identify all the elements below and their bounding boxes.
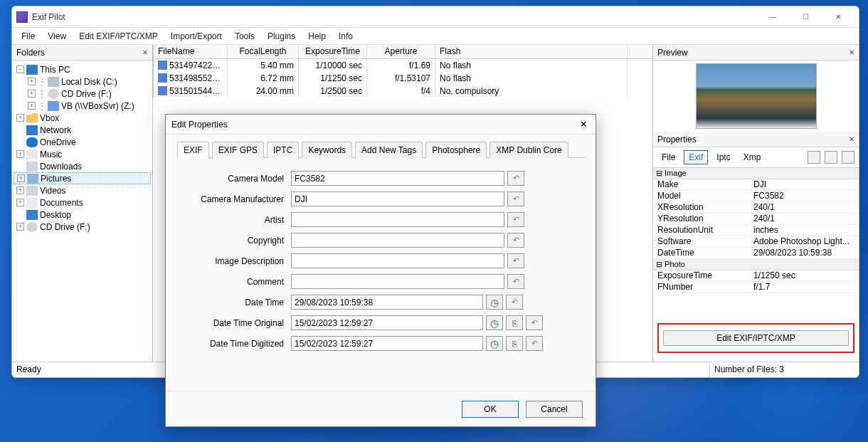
menu-edit-exif[interactable]: Edit EXIF/IPTC/XMP [73, 29, 164, 43]
table-row[interactable]: 53150154483...24.00 mm1/2500 secf/4No, c… [154, 85, 652, 98]
properties-close-icon[interactable]: ✕ [849, 135, 854, 143]
menu-file[interactable]: File [15, 29, 41, 43]
revert-icon[interactable]: ↶ [507, 191, 524, 206]
tree-node[interactable]: +Documents [14, 196, 151, 209]
expander-icon[interactable]: + [17, 174, 25, 182]
prop-tab-iptc[interactable]: Iptc [712, 151, 734, 164]
expander-icon[interactable]: + [28, 90, 36, 98]
revert-icon[interactable]: ↶ [507, 171, 524, 186]
input-image-desc[interactable] [291, 253, 504, 268]
clock-icon[interactable]: ◷ [486, 336, 503, 351]
property-row[interactable]: ExposureTime1/1250 sec [653, 270, 859, 282]
revert-icon[interactable]: ↶ [507, 253, 524, 268]
input-camera-model[interactable] [291, 171, 504, 186]
cancel-button[interactable]: Cancel [526, 401, 583, 418]
expander-icon[interactable]: + [16, 114, 24, 122]
property-row[interactable]: SoftwareAdobe Photoshop Light... [653, 236, 859, 248]
menu-import-export[interactable]: Import/Export [164, 29, 228, 43]
tree-node[interactable]: OneDrive [14, 136, 151, 148]
tree-node[interactable]: -This PC [14, 63, 151, 75]
tree-node[interactable]: Downloads [14, 160, 151, 172]
dialog-tab-keywords[interactable]: Keywords [302, 142, 352, 158]
tool-icon[interactable] [842, 151, 854, 164]
property-row[interactable]: ModelFC3582 [653, 191, 859, 202]
tree-node[interactable]: Network [14, 124, 151, 136]
expander-icon[interactable]: + [28, 78, 36, 85]
input-camera-make[interactable] [291, 191, 504, 206]
copy-icon[interactable]: ⎘ [506, 336, 523, 351]
ok-button[interactable]: OK [462, 401, 519, 418]
folder-icon [48, 77, 59, 87]
prop-tab-exif[interactable]: Exif [684, 150, 708, 164]
expander-icon[interactable]: + [16, 150, 24, 158]
property-row[interactable]: MakeDJI [653, 179, 859, 191]
tree-node[interactable]: +Vbox [14, 112, 151, 124]
col-aperture[interactable]: Aperture [367, 45, 435, 58]
menu-help[interactable]: Help [302, 29, 332, 43]
input-date-time-digitized[interactable] [291, 336, 483, 351]
property-row[interactable]: DateTime29/08/2023 10:59:38 [653, 248, 859, 259]
property-row[interactable]: FNumberf/1.7 [653, 282, 859, 293]
tree-node[interactable]: +Videos [14, 184, 151, 196]
dialog-tab-photosphere[interactable]: Photosphere [425, 142, 487, 158]
grid-icon[interactable] [808, 151, 820, 164]
col-flash[interactable]: Flash [435, 45, 628, 58]
input-artist[interactable] [291, 212, 504, 227]
tree-node[interactable]: +CD Drive (F:) [14, 221, 151, 233]
dialog-tab-exif[interactable]: EXIF [177, 142, 209, 158]
tree-node[interactable]: +Music [14, 148, 151, 160]
folder-tree[interactable]: -This PC+⋮Local Disk (C:)+⋮CD Drive (F:)… [12, 60, 152, 362]
dialog-tab-exif-gps[interactable]: EXIF GPS [212, 142, 264, 158]
expander-icon[interactable]: + [28, 102, 36, 110]
clock-icon[interactable]: ◷ [486, 315, 503, 330]
revert-icon[interactable]: ↶ [506, 295, 523, 310]
dialog-close-icon[interactable]: ✕ [577, 118, 590, 131]
property-row[interactable]: YResolution240/1 [653, 214, 859, 225]
property-row[interactable]: ResolutionUnitinches [653, 225, 859, 236]
expander-icon[interactable]: - [16, 65, 24, 73]
menu-tools[interactable]: Tools [228, 29, 261, 43]
revert-icon[interactable]: ↶ [507, 274, 524, 289]
menu-info[interactable]: Info [332, 29, 359, 43]
property-group[interactable]: ⊟ Photo [653, 259, 859, 270]
preview-close-icon[interactable]: ✕ [849, 48, 854, 56]
col-exposuretime[interactable]: ExposureTime [299, 45, 367, 58]
close-button[interactable]: ✕ [822, 7, 854, 27]
table-row[interactable]: 53149742277...5.40 mm1/10000 secf/1.69No… [154, 59, 652, 72]
dialog-tab-add-new-tags[interactable]: Add New Tags [355, 142, 423, 158]
revert-icon[interactable]: ↶ [507, 233, 524, 248]
property-group[interactable]: ⊟ Image [653, 168, 859, 179]
dialog-tab-xmp-dublin[interactable]: XMP Dublin Core [489, 142, 568, 158]
tree-node[interactable]: Desktop [14, 209, 151, 221]
expander-icon[interactable]: + [16, 199, 24, 206]
tree-node[interactable]: +⋮Local Disk (C:) [25, 75, 151, 88]
clock-icon[interactable]: ◷ [486, 295, 503, 310]
tree-node[interactable]: +⋮CD Drive (F:) [25, 88, 151, 100]
minimize-button[interactable]: — [756, 7, 789, 27]
copy-icon[interactable]: ⎘ [506, 315, 523, 330]
globe-icon[interactable] [825, 151, 837, 164]
table-row[interactable]: 53149855216...6.72 mm1/1250 secf/1.53107… [154, 72, 652, 85]
property-row[interactable]: XResolution240/1 [653, 202, 859, 214]
expander-icon[interactable]: + [16, 223, 24, 231]
menu-view[interactable]: View [41, 29, 73, 43]
input-date-time[interactable] [291, 295, 483, 310]
prop-tab-file[interactable]: File [657, 151, 679, 164]
input-comment[interactable] [291, 274, 504, 289]
col-focallength[interactable]: FocalLength [228, 45, 299, 58]
tree-node[interactable]: +Pictures [14, 172, 151, 184]
input-copyright[interactable] [291, 233, 504, 248]
col-filename[interactable]: FileName [154, 45, 228, 58]
folders-close-icon[interactable]: ✕ [142, 48, 148, 56]
prop-tab-xmp[interactable]: Xmp [739, 151, 766, 164]
expander-icon[interactable]: + [16, 186, 24, 194]
revert-icon[interactable]: ↶ [526, 315, 543, 330]
revert-icon[interactable]: ↶ [526, 336, 543, 351]
edit-exif-button[interactable]: Edit EXIF/IPTC/XMP [663, 330, 849, 346]
revert-icon[interactable]: ↶ [507, 212, 524, 227]
maximize-button[interactable]: ☐ [789, 7, 822, 27]
dialog-tab-iptc[interactable]: IPTC [267, 142, 299, 158]
menu-plugins[interactable]: Plugins [261, 29, 302, 43]
input-date-time-original[interactable] [291, 315, 483, 330]
tree-node[interactable]: +⋮VB (\\VBoxSvr) (Z:) [25, 100, 151, 112]
